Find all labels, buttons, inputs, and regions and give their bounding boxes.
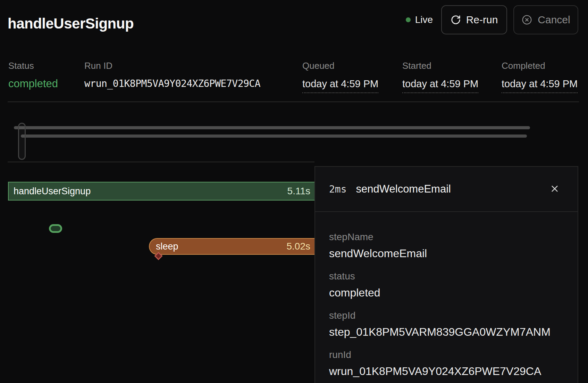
meta-completed: Completed today at 4:59 PM <box>502 60 578 93</box>
minimap-track-bar-2[interactable] <box>21 135 527 138</box>
field-value: sendWelcomeEmail <box>329 246 567 260</box>
field-value: step_01K8PM5VARM839GGA0WZYM7ANM <box>329 325 567 339</box>
step-detail-body: stepName sendWelcomeEmail status complet… <box>315 212 578 378</box>
field-stepName: stepName sendWelcomeEmail <box>329 231 567 260</box>
span-sendWelcomeEmail-pill[interactable] <box>49 224 62 233</box>
span-handleUserSignup[interactable]: handleUserSignup 5.11s <box>8 182 314 201</box>
meta-queued: Queued today at 4:59 PM <box>302 60 378 93</box>
field-label: stepName <box>329 231 567 243</box>
step-detail-title: sendWelcomeEmail <box>356 183 451 195</box>
live-dot-icon <box>406 17 411 22</box>
cancel-label: Cancel <box>538 14 570 26</box>
field-value: wrun_01K8PM5VA9Y024XZ6PWE7V29CA <box>329 364 567 378</box>
step-detail-panel: 2ms sendWelcomeEmail stepName sendWelcom… <box>314 166 578 383</box>
meta-started-label: Started <box>402 60 478 72</box>
field-runId: runId wrun_01K8PM5VA9Y024XZ6PWE7V29CA <box>329 349 567 378</box>
rerun-label: Re-run <box>466 14 498 26</box>
field-label: runId <box>329 349 567 361</box>
started-time[interactable]: today at 4:59 PM <box>402 77 478 93</box>
meta-completed-label: Completed <box>502 60 578 72</box>
minimap-track-bar-1[interactable] <box>14 126 530 129</box>
meta-status: Status completed <box>8 60 58 90</box>
span-duration: 5.02s <box>287 241 311 252</box>
field-stepId: stepId step_01K8PM5VARM839GGA0WZYM7ANM <box>329 309 567 339</box>
live-indicator: Live <box>406 14 433 25</box>
run-id-value: wrun_01K8PM5VA9Y024XZ6PWE7V29CA <box>84 77 260 90</box>
span-sleep[interactable]: sleep 5.02s <box>149 238 314 255</box>
rerun-button[interactable]: Re-run <box>441 5 507 34</box>
header-divider <box>8 101 579 102</box>
status-badge: completed <box>8 77 58 90</box>
step-detail-header: 2ms sendWelcomeEmail <box>315 167 578 212</box>
refresh-icon <box>451 15 461 25</box>
span-duration: 5.11s <box>287 186 310 197</box>
cancel-button[interactable]: Cancel <box>513 5 578 34</box>
step-duration-badge: 2ms <box>329 184 347 195</box>
field-label: status <box>329 270 567 283</box>
span-name: handleUserSignup <box>14 186 91 197</box>
header-actions: Live Re-run Cancel <box>406 5 578 34</box>
live-label: Live <box>415 14 433 25</box>
queued-time[interactable]: today at 4:59 PM <box>302 77 378 93</box>
panel-close-button[interactable] <box>548 182 562 197</box>
meta-started: Started today at 4:59 PM <box>402 60 478 93</box>
span-name: sleep <box>156 241 178 252</box>
close-icon <box>549 183 560 195</box>
field-value: completed <box>329 286 567 300</box>
page-title: handleUserSignup <box>8 15 134 32</box>
minimap-brush-handle[interactable] <box>18 123 26 160</box>
meta-status-label: Status <box>8 60 58 72</box>
meta-run-id: Run ID wrun_01K8PM5VA9Y024XZ6PWE7V29CA <box>84 60 260 90</box>
meta-run-id-label: Run ID <box>84 60 260 72</box>
field-label: stepId <box>329 309 567 322</box>
chart-top-border <box>8 162 314 162</box>
meta-queued-label: Queued <box>302 60 378 72</box>
completed-time[interactable]: today at 4:59 PM <box>502 77 578 93</box>
cancel-circle-x-icon <box>521 14 532 25</box>
field-status: status completed <box>329 270 567 300</box>
